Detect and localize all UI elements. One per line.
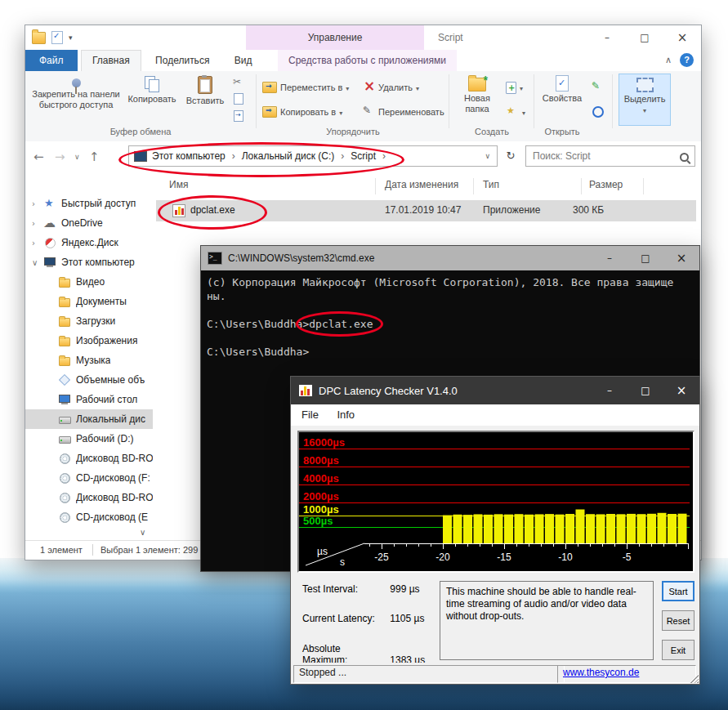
column-size[interactable]: Размер (589, 179, 623, 190)
sidebar-item-10[interactable]: Рабочий стол (25, 390, 153, 409)
explorer-titlebar[interactable]: Управление Script (25, 25, 701, 50)
svg-text:-25: -25 (374, 551, 389, 563)
thesycon-link[interactable]: www.thesycon.de (563, 667, 639, 678)
delete-button[interactable]: Удалить (362, 79, 419, 96)
copy-button[interactable]: Копировать (125, 74, 179, 124)
sidebar-item-3[interactable]: ∨Этот компьютер (25, 252, 153, 272)
sidebar-item-2[interactable]: ›Яндекс.Диск (25, 233, 153, 252)
breadcrumb-script[interactable]: Script (351, 150, 392, 162)
close-button[interactable] (663, 25, 701, 50)
sidebar-item-13[interactable]: Дисковод BD-RO (25, 449, 153, 468)
address-bar[interactable]: Этот компьютер Локальный диск (C:) Scrip… (128, 145, 498, 167)
select-button[interactable]: Выделить (619, 74, 671, 126)
sidebar-item-1[interactable]: ›OneDrive (25, 213, 153, 233)
expander-icon[interactable]: › (32, 199, 43, 208)
cd-icon (58, 511, 71, 524)
properties-icon[interactable] (51, 31, 63, 44)
properties-button[interactable]: Свойства (538, 74, 586, 124)
search-input[interactable]: Поиск: Script (525, 145, 695, 167)
copy-to-button[interactable]: Копировать в (262, 104, 342, 120)
expander-icon[interactable]: › (32, 239, 43, 248)
up-button[interactable] (89, 141, 100, 172)
new-folder-button[interactable]: Новая папка (453, 74, 501, 124)
reset-button[interactable]: Reset (662, 610, 695, 631)
svg-text:16000µs: 16000µs (303, 436, 345, 449)
move-to-button[interactable]: Переместить в (262, 79, 349, 96)
command-highlight-oval (296, 311, 382, 337)
refresh-icon[interactable] (501, 145, 520, 167)
sidebar-item-0[interactable]: ›Быстрый доступ (25, 194, 153, 213)
cd-icon (58, 471, 71, 484)
disk-icon (58, 413, 71, 426)
tab-file[interactable]: Файл (25, 50, 78, 71)
sidebar-item-9[interactable]: Объемные объ (25, 370, 153, 390)
tab-application-tools[interactable]: Средства работы с приложениями (278, 50, 457, 71)
column-name[interactable]: Имя (169, 179, 188, 190)
history-button[interactable] (591, 104, 605, 120)
column-modified[interactable]: Дата изменения (385, 179, 458, 190)
dropdown-arrow-icon (643, 105, 646, 114)
recent-locations-icon[interactable] (74, 141, 80, 172)
column-headers: Имя Дата изменения Тип Размер (153, 176, 701, 197)
cmd-minimize-button[interactable] (592, 246, 628, 270)
sidebar-item-7[interactable]: Изображения (25, 331, 153, 351)
dpc-window-controls (592, 377, 699, 404)
paste-button[interactable]: Вставить (182, 74, 228, 124)
sidebar-item-11[interactable]: Локальный дис (25, 409, 153, 429)
tab-share[interactable]: Поделиться (145, 50, 220, 71)
copy-icon (145, 76, 159, 92)
column-type[interactable]: Тип (483, 179, 499, 190)
sidebar-item-6[interactable]: Загрузки (25, 311, 153, 331)
sidebar-item-15[interactable]: Дисковод BD-RO (25, 488, 153, 507)
resize-grip[interactable] (688, 672, 699, 683)
folder-icon[interactable] (32, 32, 46, 44)
tab-view[interactable]: Вид (224, 50, 263, 71)
menu-file[interactable]: File (294, 404, 326, 426)
forward-button[interactable] (55, 141, 65, 172)
dpc-maximize-button[interactable] (628, 377, 663, 404)
file-size: 300 КБ (573, 204, 604, 216)
file-row[interactable]: dpclat.exe 17.01.2019 10:47 Приложение 3… (156, 200, 696, 221)
rename-icon (362, 107, 375, 117)
cmd-maximize-button[interactable] (628, 246, 663, 270)
breadcrumb-this-pc[interactable]: Этот компьютер (152, 150, 242, 162)
dpc-titlebar[interactable]: DPC Latency Checker V1.4.0 (291, 377, 699, 404)
sidebar-item-16[interactable]: CD-дисковод (Е (25, 507, 153, 527)
sidebar-item-8[interactable]: Музыка (25, 351, 153, 370)
minimize-button[interactable] (588, 25, 626, 50)
dpc-minimize-button[interactable] (592, 377, 628, 404)
expander-icon[interactable]: ∨ (32, 258, 43, 267)
sidebar-item-14[interactable]: CD-дисковод (F: (25, 468, 153, 488)
menu-info[interactable]: Info (329, 404, 362, 426)
address-dropdown-icon[interactable] (485, 152, 497, 160)
sidebar-item-label: Рабочий стол (76, 394, 137, 405)
exit-button[interactable]: Exit (662, 640, 695, 660)
start-button[interactable]: Start (662, 581, 695, 601)
back-button[interactable] (33, 141, 44, 172)
collapse-ribbon-icon[interactable] (665, 50, 672, 71)
dpc-close-button[interactable] (663, 377, 699, 404)
dpc-latency-graph: 16000µs8000µs4000µs2000µs1000µs500µsµss-… (297, 431, 695, 573)
sidebar-item-12[interactable]: Рабочий (D:) (25, 429, 153, 449)
sidebar-item-4[interactable]: Видео (25, 272, 153, 292)
rename-button[interactable]: Переименовать (362, 104, 444, 120)
new-item-button[interactable] (506, 79, 523, 96)
pin-to-quick-access-button[interactable]: Закрепить на панели быстрого доступа (30, 74, 122, 124)
cut-icon[interactable] (233, 76, 244, 87)
cmd-titlebar[interactable]: C:\WINDOWS\system32\cmd.exe (201, 246, 699, 270)
paste-shortcut-icon[interactable] (234, 110, 243, 122)
breadcrumb-local-disk-c[interactable]: Локальный диск (C:) (242, 150, 351, 162)
cmd-close-button[interactable] (663, 246, 699, 270)
qat-customize-arrow-icon[interactable] (69, 33, 73, 42)
dpclat-app-icon (172, 204, 185, 217)
maximize-button[interactable] (626, 25, 663, 50)
expander-icon[interactable]: › (32, 219, 43, 228)
tab-home[interactable]: Главная (81, 50, 141, 71)
sidebar-item-5[interactable]: Документы (25, 292, 153, 311)
copy-path-icon[interactable] (234, 93, 243, 105)
edit-button[interactable] (591, 79, 604, 96)
search-icon[interactable] (680, 153, 689, 162)
easy-access-button[interactable] (506, 104, 525, 120)
help-icon[interactable] (680, 53, 694, 67)
desktop: Управление Script Файл Главная Поделитьс… (0, 0, 728, 710)
